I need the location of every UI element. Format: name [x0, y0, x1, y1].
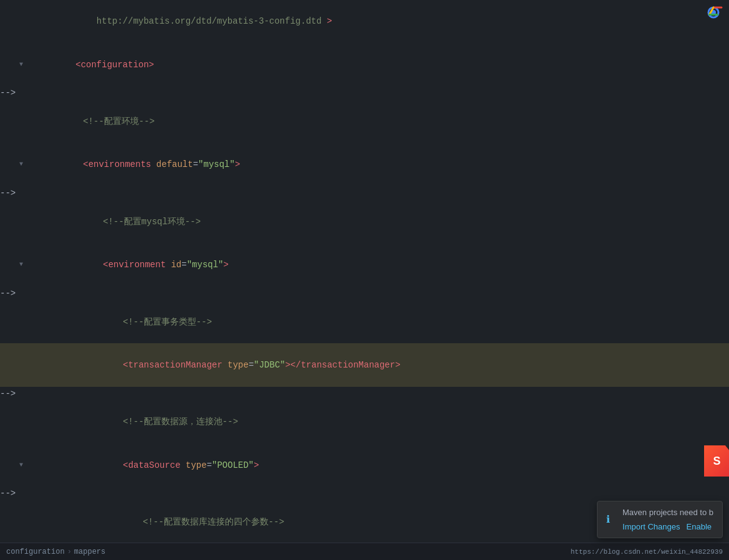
breadcrumb-configuration[interactable]: configuration — [6, 548, 65, 556]
line-content-5: <environment id="mysql"> — [31, 244, 729, 286]
editor-container: http://mybatis.org/dtd/mybatis-3-config.… — [0, 0, 729, 560]
code-line-7: <transactionManager type="JDBC"></transa… — [0, 343, 729, 386]
fold-icon-9[interactable]: ▼ — [17, 462, 25, 469]
line-content-3: <environments default="mysql"> — [31, 144, 729, 186]
breadcrumb-mappers[interactable]: mappers — [74, 548, 105, 556]
notification-body: Maven projects need to b Import Changes … — [622, 508, 713, 531]
code-line-6: <!--配置事务类型--> — [0, 300, 729, 343]
url-bar: https://blog.csdn.net/weixin_44822939 — [571, 548, 723, 556]
fold-icon-3[interactable]: ▼ — [17, 161, 25, 168]
breadcrumb: configuration › mappers — [6, 548, 105, 556]
code-line-0: http://mybatis.org/dtd/mybatis-3-config.… — [0, 0, 729, 43]
notification-actions: Import Changes Enable — [622, 522, 713, 531]
code-line-5: ▼ <environment id="mysql"> — [0, 244, 729, 287]
line-content-4: <!--配置mysql环境--> — [31, 201, 729, 242]
breadcrumb-sep-1: › — [67, 548, 72, 556]
line-gutter-9: ▼ — [0, 462, 31, 469]
line-gutter-3: ▼ — [0, 161, 31, 168]
fold-icon-5[interactable]: ▼ — [17, 261, 25, 268]
notification-info-icon: ℹ — [606, 513, 617, 526]
line-content-2: <!--配置环境--> — [31, 101, 729, 143]
import-changes-link[interactable]: Import Changes — [622, 522, 680, 531]
code-line-9: ▼ <dataSource type="POOLED"> — [0, 444, 729, 486]
line-content-8: <!--配置数据源，连接池--> — [31, 401, 729, 443]
code-line-3: ▼ <environments default="mysql"> — [0, 143, 729, 186]
line-gutter-5: ▼ — [0, 261, 31, 268]
line-content-9: <dataSource type="POOLED"> — [31, 444, 729, 486]
line-content-1: <configuration> — [31, 44, 729, 85]
line-content-6: <!--配置事务类型--> — [31, 301, 729, 343]
fold-icon-1[interactable]: ▼ — [17, 61, 25, 69]
line-content-0: http://mybatis.org/dtd/mybatis-3-config.… — [31, 1, 729, 42]
status-bar: configuration › mappers https://blog.csd… — [0, 543, 729, 560]
line-gutter-1: ▼ — [0, 61, 31, 69]
code-line-2: <!--配置环境--> — [0, 100, 729, 143]
code-line-1: ▼ <configuration> — [0, 43, 729, 86]
notification-text: Maven projects need to b — [622, 508, 713, 517]
code-line-8: <!--配置数据源，连接池--> — [0, 401, 729, 444]
csdn-brand-icon: S — [704, 445, 729, 477]
line-content-7: <transactionManager type="JDBC"></transa… — [31, 344, 729, 386]
maven-notification-popup: ℹ Maven projects need to b Import Change… — [597, 501, 723, 538]
code-area: http://mybatis.org/dtd/mybatis-3-config.… — [0, 0, 729, 560]
code-line-4: <!--配置mysql环境--> — [0, 200, 729, 243]
enable-link[interactable]: Enable — [687, 522, 712, 531]
